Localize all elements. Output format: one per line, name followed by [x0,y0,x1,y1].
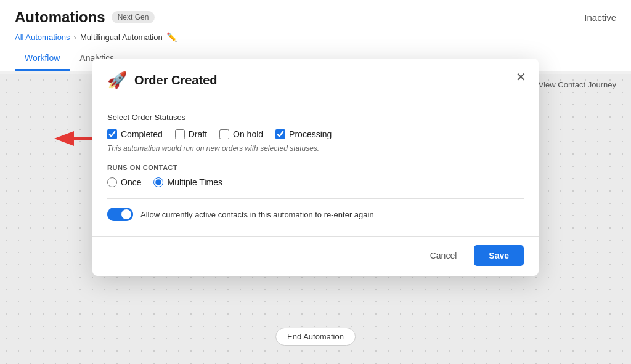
end-automation-button[interactable]: End Automation [275,328,356,346]
status-badge: Inactive [584,12,616,23]
breadcrumb-parent[interactable]: All Automations [15,33,70,42]
modal-title: Order Created [134,73,218,87]
breadcrumb: All Automations › Multilingual Automatio… [15,32,616,42]
hint-text: This automation would run on new orders … [107,144,524,153]
radio-once[interactable]: Once [107,177,141,187]
cancel-button[interactable]: Cancel [420,246,467,265]
breadcrumb-separator: › [74,33,76,42]
toggle-slider [107,208,133,221]
checkbox-draft-input[interactable] [175,129,185,139]
save-button[interactable]: Save [474,245,524,266]
checkbox-on-hold[interactable]: On hold [219,129,263,139]
checkbox-on-hold-input[interactable] [219,129,229,139]
edit-icon[interactable]: ✏️ [166,32,177,42]
checkbox-completed-input[interactable] [107,129,117,139]
checkbox-processing-input[interactable] [275,129,285,139]
toggle-row: Allow currently active contacts in this … [107,208,524,221]
tab-workflow[interactable]: Workflow [15,48,70,71]
divider [107,198,524,199]
next-gen-badge: Next Gen [112,11,155,23]
checkbox-processing[interactable]: Processing [275,129,332,139]
close-button[interactable]: ✕ [516,70,526,84]
order-statuses-label: Select Order Statuses [107,113,524,122]
breadcrumb-current: Multilingual Automation [80,33,163,42]
modal-footer: Cancel Save [92,236,539,276]
radio-once-input[interactable] [107,177,117,187]
order-statuses-checkboxes: Completed Draft On hold Processing [107,129,524,139]
view-contact-journey-button[interactable]: ⑂ View Contact Journey [530,80,616,89]
runs-on-label: RUNS ON CONTACT [107,164,524,171]
rocket-icon: 🚀 [107,71,127,90]
radio-multiple-times-input[interactable] [153,177,163,187]
page-title: Automations [15,9,105,26]
order-created-modal: 🚀 Order Created ✕ Select Order Statuses … [92,59,539,276]
toggle-label: Allow currently active contacts in this … [140,210,374,219]
modal-body: Select Order Statuses Completed Draft On… [92,100,539,236]
checkbox-completed[interactable]: Completed [107,129,163,139]
re-enter-toggle[interactable] [107,208,133,221]
modal-header: 🚀 Order Created ✕ [92,59,539,100]
checkbox-draft[interactable]: Draft [175,129,207,139]
radio-multiple-times[interactable]: Multiple Times [153,177,222,187]
runs-on-radio-group: Once Multiple Times [107,177,524,187]
